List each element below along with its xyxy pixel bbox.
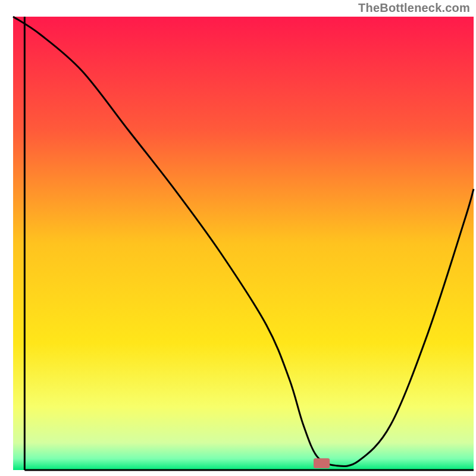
plot-background bbox=[13, 17, 474, 470]
watermark-text: TheBottleneck.com bbox=[358, 1, 470, 15]
optimal-marker bbox=[314, 458, 330, 468]
bottleneck-chart bbox=[0, 0, 476, 476]
chart-frame: TheBottleneck.com bbox=[0, 0, 476, 476]
